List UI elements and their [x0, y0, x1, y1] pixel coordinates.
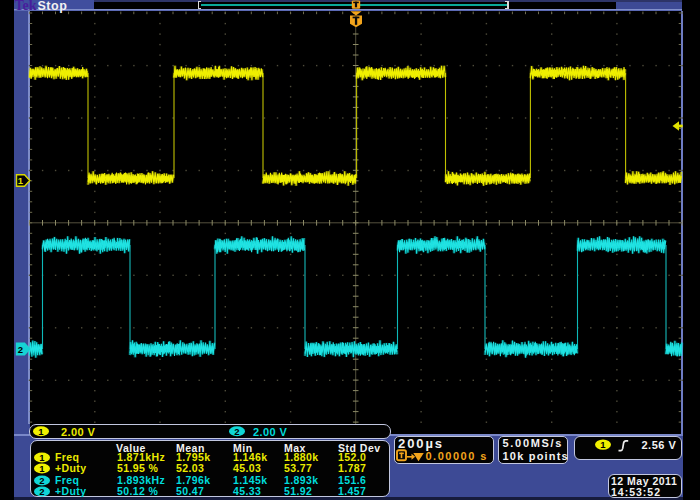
svg-text:1: 1: [39, 452, 45, 463]
svg-text:2: 2: [39, 486, 44, 497]
svg-text:1: 1: [18, 175, 24, 186]
svg-text:2: 2: [39, 475, 44, 486]
svg-text:1: 1: [39, 463, 45, 474]
svg-text:1: 1: [600, 439, 606, 450]
svg-text:2: 2: [18, 344, 23, 355]
